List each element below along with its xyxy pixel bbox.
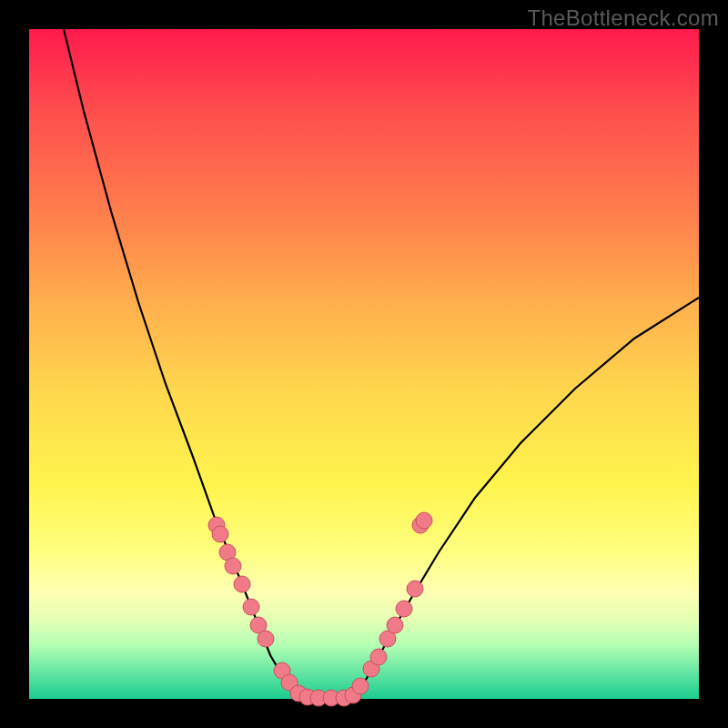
data-point xyxy=(212,526,228,542)
data-point xyxy=(258,631,274,647)
data-point xyxy=(396,601,412,617)
watermark-text: TheBottleneck.com xyxy=(527,5,719,31)
chart-svg xyxy=(29,29,699,699)
data-point xyxy=(387,617,403,633)
data-point xyxy=(243,599,259,615)
data-point xyxy=(370,649,387,665)
bottleneck-curve xyxy=(64,29,699,698)
data-points-group xyxy=(208,512,432,706)
data-point xyxy=(234,576,250,592)
data-point xyxy=(407,581,423,597)
data-point xyxy=(225,558,241,574)
data-point xyxy=(416,512,432,529)
chart-frame: TheBottleneck.com xyxy=(0,0,728,728)
data-point xyxy=(352,678,369,694)
